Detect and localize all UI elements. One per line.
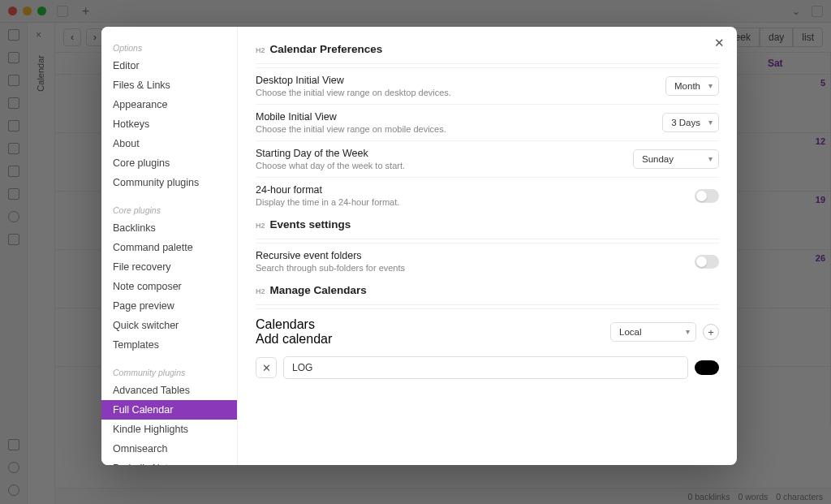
calendar-color-pill[interactable] [695, 360, 719, 375]
settings-item-templates[interactable]: Templates [101, 335, 237, 355]
core-plugins-group-header: Core plugins [101, 200, 237, 218]
desktop-initial-view-select[interactable]: Month [665, 76, 719, 96]
settings-item-core-plugins[interactable]: Core plugins [101, 153, 237, 173]
setting-desktop-initial-view: Desktop Initial View [256, 75, 665, 86]
settings-item-backlinks[interactable]: Backlinks [101, 218, 237, 238]
settings-item-about[interactable]: About [101, 134, 237, 153]
community-plugins-group-header: Community plugins [101, 363, 237, 381]
setting-desc: Choose the initial view range on desktop… [256, 88, 665, 97]
settings-item-periodic-notes[interactable]: Periodic Notes [101, 459, 237, 465]
h2-tag: H2 [256, 46, 265, 54]
settings-item-advanced-tables[interactable]: Advanced Tables [101, 381, 237, 400]
settings-item-note-composer[interactable]: Note composer [101, 277, 237, 296]
add-calendar-button[interactable]: + [703, 324, 719, 340]
setting-desc: Choose what day of the week to start. [256, 161, 633, 170]
settings-item-file-recovery[interactable]: File recovery [101, 257, 237, 277]
options-group-header: Options [101, 38, 237, 56]
setting-recursive-folders: Recursive event folders [256, 250, 695, 261]
setting-desc: Display the time in a 24-hour format. [256, 197, 695, 207]
h2-tag: H2 [256, 222, 265, 230]
section-events-settings: Events settings [270, 218, 351, 230]
setting-calendars: Calendars [256, 317, 610, 332]
settings-item-hotkeys[interactable]: Hotkeys [101, 114, 237, 134]
settings-item-quick-switcher[interactable]: Quick switcher [101, 316, 237, 335]
settings-item-kindle-highlights[interactable]: Kindle Highlights [101, 420, 237, 439]
settings-modal: ✕ Options Editor Files & Links Appearanc… [101, 27, 737, 465]
settings-item-files-links[interactable]: Files & Links [101, 75, 237, 95]
section-calendar-preferences: Calendar Preferences [270, 43, 383, 55]
24hour-toggle[interactable] [695, 189, 719, 203]
recursive-toggle[interactable] [695, 255, 719, 269]
settings-item-command-palette[interactable]: Command palette [101, 238, 237, 257]
setting-desc: Search through sub-folders for events [256, 263, 695, 273]
settings-item-full-calendar[interactable]: Full Calendar [101, 400, 237, 420]
settings-item-editor[interactable]: Editor [101, 56, 237, 75]
mobile-initial-view-select[interactable]: 3 Days [662, 113, 719, 132]
settings-item-page-preview[interactable]: Page preview [101, 296, 237, 316]
setting-start-day: Starting Day of the Week [256, 148, 633, 159]
start-day-select[interactable]: Sunday [633, 149, 719, 169]
setting-desc: Add calendar [256, 332, 610, 347]
section-manage-calendars: Manage Calendars [270, 284, 367, 296]
settings-sidebar: Options Editor Files & Links Appearance … [101, 27, 238, 465]
setting-desc: Choose the initial view range on mobile … [256, 124, 662, 134]
settings-content: H2 Calendar Preferences Desktop Initial … [238, 27, 737, 465]
h2-tag: H2 [256, 287, 265, 295]
setting-24hour: 24-hour format [256, 184, 695, 196]
settings-item-community-plugins[interactable]: Community plugins [101, 173, 237, 192]
settings-item-omnisearch[interactable]: Omnisearch [101, 439, 237, 459]
calendar-path-input[interactable] [283, 356, 688, 379]
settings-item-appearance[interactable]: Appearance [101, 95, 237, 114]
remove-calendar-button[interactable]: ✕ [256, 357, 277, 378]
calendar-source-select[interactable]: Local [610, 322, 696, 342]
setting-mobile-initial-view: Mobile Initial View [256, 111, 662, 123]
modal-close-button[interactable]: ✕ [711, 35, 727, 51]
